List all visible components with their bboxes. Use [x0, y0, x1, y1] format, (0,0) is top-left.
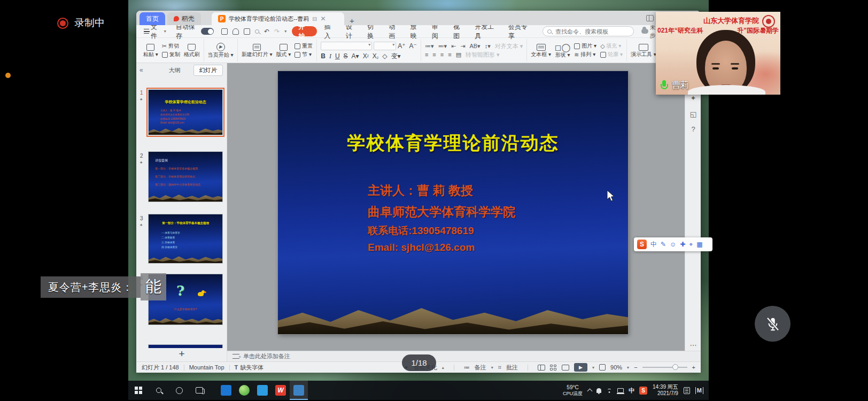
action-center-icon[interactable]: [684, 387, 690, 394]
align-right-icon[interactable]: ≡: [440, 52, 444, 58]
current-slide[interactable]: 学校体育学理论前沿动态 主讲人：曹 莉 教授 曲阜师范大学体育科学学院 联系电话…: [278, 71, 628, 334]
tab-home[interactable]: 首页: [140, 12, 165, 25]
save-icon[interactable]: [221, 28, 228, 35]
italic-icon[interactable]: I: [329, 53, 331, 59]
present-tools-button[interactable]: 演示工具 ▾: [631, 44, 656, 57]
arrange-button[interactable]: ≋排列 ▾: [574, 52, 596, 58]
justify-icon[interactable]: ≡: [448, 52, 451, 58]
tray-expand-icon[interactable]: [587, 389, 593, 394]
slide-thumbnail-3[interactable]: 第一部分：学校体育学基本概念梳理 一.体育与体育学 二.体育教育 三.学校体育 …: [148, 214, 223, 264]
align-center-icon[interactable]: ≡: [432, 52, 436, 58]
superscript-icon[interactable]: X²: [363, 53, 369, 59]
ime-indicator[interactable]: 中: [629, 387, 634, 395]
cut-button[interactable]: ✂剪切: [162, 43, 180, 49]
ime-emoji-icon[interactable]: ☺: [670, 241, 676, 248]
redo-icon[interactable]: ↷: [274, 28, 280, 35]
panel-tab-slides[interactable]: 幻灯片: [193, 65, 223, 76]
collapse-panel-icon[interactable]: «: [140, 66, 142, 74]
sogou-logo-icon[interactable]: S: [637, 240, 647, 249]
ime-mode-icon[interactable]: 中: [650, 241, 657, 248]
tray-m-icon[interactable]: M: [695, 387, 703, 394]
play-from-current-button[interactable]: ▶当页开始 ▾: [208, 43, 234, 58]
shrink-font-icon[interactable]: A⁻: [409, 43, 417, 49]
zoom-out-icon[interactable]: −: [634, 364, 637, 371]
slide-thumbnail-2[interactable]: 讲授提纲 第一部分：学校体育学基本概念梳理 第二部分：学校体育理论研究热点 第三…: [148, 151, 223, 202]
clear-format-icon[interactable]: ◇: [382, 53, 387, 59]
font-family-select[interactable]: [321, 42, 372, 50]
star-tools-icon[interactable]: ✦: [685, 94, 701, 102]
more-options-icon[interactable]: ⋯: [685, 341, 701, 349]
shapes-button[interactable]: ◻◯形状 ▾: [555, 43, 570, 58]
print-icon[interactable]: [244, 28, 250, 35]
missing-font-label[interactable]: 缺失字体: [240, 364, 264, 372]
panel-tab-outline[interactable]: 大纲: [164, 65, 186, 75]
undo-icon[interactable]: ↶: [264, 28, 269, 35]
zoom-percentage[interactable]: 90%: [610, 364, 622, 371]
distribute-icon[interactable]: ▤: [456, 52, 461, 58]
comments-button[interactable]: 批注: [506, 364, 518, 372]
help-icon[interactable]: ?: [685, 125, 701, 133]
command-search[interactable]: [542, 26, 634, 36]
picture-button[interactable]: 图片 ▾: [574, 43, 596, 49]
theme-name[interactable]: Mountain Top: [189, 364, 224, 371]
align-left-icon[interactable]: ≡: [425, 52, 428, 58]
task-view-button[interactable]: [189, 381, 210, 400]
presenter-video-overlay[interactable]: 山东大学体育学院 021年“研究生科 升”国际暑期学 曹莉: [656, 12, 780, 95]
number-list-icon[interactable]: ≕▾: [438, 43, 447, 49]
layout-button[interactable]: 版式 ▾: [276, 44, 291, 57]
underline-icon[interactable]: U: [335, 53, 340, 59]
ime-keyboard-icon[interactable]: ▦: [696, 241, 702, 248]
start-button[interactable]: [128, 381, 149, 400]
align-text-button[interactable]: 对齐文本 ▾: [495, 43, 523, 49]
sogou-tray-icon[interactable]: S: [639, 387, 647, 395]
reading-view-icon[interactable]: [562, 365, 569, 371]
indent-icon[interactable]: ⇥: [460, 43, 465, 49]
close-tab-icon[interactable]: ✕: [321, 15, 326, 22]
notes-toggle-button[interactable]: 备注: [475, 364, 486, 372]
sorter-view-icon[interactable]: [550, 365, 557, 371]
slideshow-play-button[interactable]: ▶: [574, 363, 587, 372]
wifi-icon[interactable]: [606, 388, 613, 393]
pin-tab-icon[interactable]: ⊟: [312, 16, 317, 22]
new-slide-button[interactable]: 新建幻灯片 ▾: [242, 44, 273, 57]
section-button[interactable]: 节 ▾: [294, 52, 313, 58]
normal-view-icon[interactable]: [538, 365, 545, 371]
taskbar-app-mail[interactable]: [217, 381, 235, 400]
tab-docer[interactable]: 稻壳: [167, 12, 201, 25]
fit-slide-icon[interactable]: [599, 364, 606, 371]
line-spacing-icon[interactable]: ↕▾: [485, 43, 491, 49]
taskbar-clock[interactable]: 14:39 周五2021/7/9: [653, 384, 678, 397]
tab-list-icon[interactable]: [646, 15, 654, 21]
microphone-muted-button[interactable]: [755, 306, 790, 342]
slide-thumbnail-1[interactable]: 学校体育学理论前沿动态 主讲人：曹 莉 教授 曲阜师范大学体育科学学院 联系电话…: [148, 89, 223, 135]
text-direction-icon[interactable]: AB▾: [469, 43, 480, 49]
taskbar-app-photos[interactable]: [253, 381, 272, 400]
panel-window-icon[interactable]: ◱: [685, 110, 701, 118]
add-slide-button[interactable]: +: [136, 348, 227, 360]
hardware-icon[interactable]: [617, 388, 624, 393]
zoom-slider-knob[interactable]: [672, 364, 678, 370]
new-tab-button[interactable]: +: [350, 16, 354, 25]
font-size-select[interactable]: [374, 42, 396, 50]
font-color-icon[interactable]: A▾: [352, 53, 359, 59]
strikethrough-icon[interactable]: S: [344, 53, 348, 59]
ime-clip-icon[interactable]: ✚: [680, 241, 685, 248]
taskbar-search-button[interactable]: [149, 381, 169, 400]
ime-pen-icon[interactable]: ✎: [661, 241, 666, 248]
fill-button[interactable]: ◇填充 ▾: [600, 43, 623, 49]
notifications-icon[interactable]: [596, 388, 601, 393]
paste-button[interactable]: 粘贴 ▾: [143, 44, 158, 57]
print-preview-icon[interactable]: [255, 29, 259, 34]
bold-icon[interactable]: B: [321, 53, 326, 59]
zoom-in-icon[interactable]: +: [692, 364, 695, 371]
ime-toolbar[interactable]: S 中 ✎ ☺ ✚ ⌖ ▦: [634, 237, 712, 251]
tab-document[interactable]: P 学校体育学理论前沿动态--曹莉 ⊟ ✕: [212, 12, 344, 25]
more-quick-icon[interactable]: ▾: [284, 29, 286, 34]
copy-button[interactable]: 复制: [162, 52, 180, 58]
taskbar-app-active-window[interactable]: [290, 381, 308, 400]
output-icon[interactable]: [232, 28, 239, 35]
taskbar-app-browser[interactable]: [235, 381, 253, 400]
taskbar-app-wps[interactable]: W: [272, 381, 290, 400]
textbox-button[interactable]: 文本框 ▾: [531, 44, 551, 57]
ribbon-tab-start[interactable]: 开始: [292, 26, 316, 36]
